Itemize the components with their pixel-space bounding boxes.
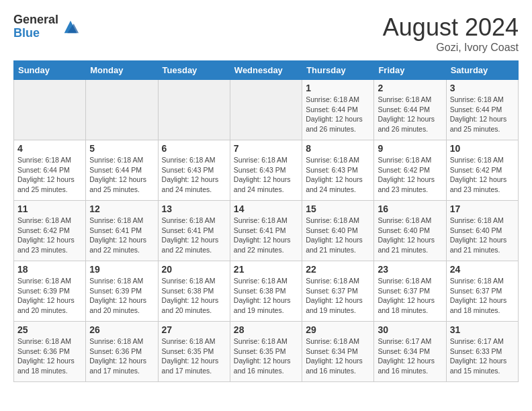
calendar-cell-3-1: 19Sunrise: 6:18 AM Sunset: 6:39 PM Dayli… <box>86 261 158 322</box>
calendar-cell-2-3: 14Sunrise: 6:18 AM Sunset: 6:41 PM Dayli… <box>230 201 302 261</box>
weekday-header-wednesday: Wednesday <box>230 61 302 80</box>
day-number: 21 <box>234 264 298 275</box>
weekday-header-thursday: Thursday <box>302 61 374 80</box>
day-number: 12 <box>89 203 154 214</box>
calendar-week-4: 25Sunrise: 6:18 AM Sunset: 6:36 PM Dayli… <box>14 322 519 382</box>
day-number: 16 <box>378 203 442 214</box>
calendar-cell-0-5: 2Sunrise: 6:18 AM Sunset: 6:44 PM Daylig… <box>374 80 446 140</box>
day-info: Sunrise: 6:18 AM Sunset: 6:34 PM Dayligh… <box>306 336 370 376</box>
day-number: 2 <box>378 83 442 93</box>
day-info: Sunrise: 6:18 AM Sunset: 6:41 PM Dayligh… <box>162 216 226 255</box>
month-year-title: August 2024 <box>383 13 519 42</box>
weekday-header-monday: Monday <box>86 61 158 80</box>
day-info: Sunrise: 6:18 AM Sunset: 6:40 PM Dayligh… <box>378 216 442 255</box>
day-number: 25 <box>17 324 82 335</box>
calendar-cell-2-0: 11Sunrise: 6:18 AM Sunset: 6:42 PM Dayli… <box>14 201 86 261</box>
day-info: Sunrise: 6:18 AM Sunset: 6:44 PM Dayligh… <box>450 95 515 134</box>
calendar-table: SundayMondayTuesdayWednesdayThursdayFrid… <box>13 60 519 382</box>
calendar-cell-2-1: 12Sunrise: 6:18 AM Sunset: 6:41 PM Dayli… <box>86 201 158 261</box>
calendar-cell-2-4: 15Sunrise: 6:18 AM Sunset: 6:40 PM Dayli… <box>302 201 374 261</box>
calendar-cell-3-2: 20Sunrise: 6:18 AM Sunset: 6:38 PM Dayli… <box>158 261 230 322</box>
weekday-header-row: SundayMondayTuesdayWednesdayThursdayFrid… <box>14 61 519 80</box>
calendar-cell-4-4: 29Sunrise: 6:18 AM Sunset: 6:34 PM Dayli… <box>302 322 374 382</box>
calendar-cell-0-0 <box>14 80 86 140</box>
calendar-cell-0-4: 1Sunrise: 6:18 AM Sunset: 6:44 PM Daylig… <box>302 80 374 140</box>
day-info: Sunrise: 6:18 AM Sunset: 6:42 PM Dayligh… <box>378 155 442 195</box>
day-info: Sunrise: 6:18 AM Sunset: 6:37 PM Dayligh… <box>450 276 515 316</box>
calendar-cell-3-0: 18Sunrise: 6:18 AM Sunset: 6:39 PM Dayli… <box>14 261 86 322</box>
day-info: Sunrise: 6:18 AM Sunset: 6:43 PM Dayligh… <box>162 155 226 195</box>
day-info: Sunrise: 6:18 AM Sunset: 6:44 PM Dayligh… <box>89 155 154 195</box>
logo-blue: Blue <box>13 27 58 40</box>
day-number: 23 <box>378 264 442 275</box>
day-number: 4 <box>17 143 82 154</box>
calendar-header: SundayMondayTuesdayWednesdayThursdayFrid… <box>14 61 519 80</box>
calendar-cell-4-0: 25Sunrise: 6:18 AM Sunset: 6:36 PM Dayli… <box>14 322 86 382</box>
logo-icon <box>61 17 80 36</box>
day-number: 29 <box>306 324 370 335</box>
calendar-cell-4-2: 27Sunrise: 6:18 AM Sunset: 6:35 PM Dayli… <box>158 322 230 382</box>
calendar-cell-1-5: 9Sunrise: 6:18 AM Sunset: 6:42 PM Daylig… <box>374 140 446 201</box>
weekday-header-tuesday: Tuesday <box>158 61 230 80</box>
day-number: 30 <box>378 324 442 335</box>
weekday-header-sunday: Sunday <box>14 61 86 80</box>
calendar-cell-2-6: 17Sunrise: 6:18 AM Sunset: 6:40 PM Dayli… <box>446 201 518 261</box>
day-info: Sunrise: 6:18 AM Sunset: 6:36 PM Dayligh… <box>17 336 82 376</box>
day-info: Sunrise: 6:18 AM Sunset: 6:35 PM Dayligh… <box>234 336 298 376</box>
logo-general: General <box>13 13 58 27</box>
day-number: 28 <box>234 324 298 335</box>
day-number: 1 <box>306 83 370 93</box>
calendar-cell-4-3: 28Sunrise: 6:18 AM Sunset: 6:35 PM Dayli… <box>230 322 302 382</box>
day-info: Sunrise: 6:18 AM Sunset: 6:38 PM Dayligh… <box>234 276 298 316</box>
day-info: Sunrise: 6:18 AM Sunset: 6:35 PM Dayligh… <box>162 336 226 376</box>
day-number: 3 <box>450 83 515 93</box>
day-info: Sunrise: 6:18 AM Sunset: 6:37 PM Dayligh… <box>378 276 442 316</box>
day-info: Sunrise: 6:18 AM Sunset: 6:40 PM Dayligh… <box>306 216 370 255</box>
calendar-cell-1-4: 8Sunrise: 6:18 AM Sunset: 6:43 PM Daylig… <box>302 140 374 201</box>
calendar-cell-0-3 <box>230 80 302 140</box>
day-number: 11 <box>17 203 82 214</box>
day-info: Sunrise: 6:18 AM Sunset: 6:44 PM Dayligh… <box>17 155 82 195</box>
day-info: Sunrise: 6:18 AM Sunset: 6:41 PM Dayligh… <box>234 216 298 255</box>
calendar-body: 1Sunrise: 6:18 AM Sunset: 6:44 PM Daylig… <box>14 80 519 382</box>
calendar-cell-1-0: 4Sunrise: 6:18 AM Sunset: 6:44 PM Daylig… <box>14 140 86 201</box>
weekday-header-friday: Friday <box>374 61 446 80</box>
day-info: Sunrise: 6:18 AM Sunset: 6:39 PM Dayligh… <box>17 276 82 316</box>
title-area: August 2024 Gozi, Ivory Coast <box>383 13 519 54</box>
day-number: 9 <box>378 143 442 154</box>
calendar-cell-0-1 <box>86 80 158 140</box>
calendar-cell-0-2 <box>158 80 230 140</box>
day-number: 26 <box>89 324 154 335</box>
day-number: 6 <box>162 143 226 154</box>
calendar-cell-4-5: 30Sunrise: 6:17 AM Sunset: 6:34 PM Dayli… <box>374 322 446 382</box>
day-number: 22 <box>306 264 370 275</box>
logo: General Blue <box>13 13 80 40</box>
day-number: 10 <box>450 143 515 154</box>
day-number: 27 <box>162 324 226 335</box>
calendar-cell-0-6: 3Sunrise: 6:18 AM Sunset: 6:44 PM Daylig… <box>446 80 518 140</box>
day-info: Sunrise: 6:18 AM Sunset: 6:42 PM Dayligh… <box>450 155 515 195</box>
day-info: Sunrise: 6:18 AM Sunset: 6:43 PM Dayligh… <box>306 155 370 195</box>
day-number: 18 <box>17 264 82 275</box>
day-info: Sunrise: 6:18 AM Sunset: 6:43 PM Dayligh… <box>234 155 298 195</box>
day-number: 13 <box>162 203 226 214</box>
calendar-cell-1-6: 10Sunrise: 6:18 AM Sunset: 6:42 PM Dayli… <box>446 140 518 201</box>
calendar-week-2: 11Sunrise: 6:18 AM Sunset: 6:42 PM Dayli… <box>14 201 519 261</box>
day-info: Sunrise: 6:18 AM Sunset: 6:44 PM Dayligh… <box>306 95 370 134</box>
day-number: 14 <box>234 203 298 214</box>
calendar-cell-3-4: 22Sunrise: 6:18 AM Sunset: 6:37 PM Dayli… <box>302 261 374 322</box>
calendar-week-0: 1Sunrise: 6:18 AM Sunset: 6:44 PM Daylig… <box>14 80 519 140</box>
calendar-cell-3-6: 24Sunrise: 6:18 AM Sunset: 6:37 PM Dayli… <box>446 261 518 322</box>
day-info: Sunrise: 6:18 AM Sunset: 6:41 PM Dayligh… <box>89 216 154 255</box>
day-info: Sunrise: 6:18 AM Sunset: 6:36 PM Dayligh… <box>89 336 154 376</box>
day-info: Sunrise: 6:18 AM Sunset: 6:40 PM Dayligh… <box>450 216 515 255</box>
day-number: 17 <box>450 203 515 214</box>
day-number: 20 <box>162 264 226 275</box>
calendar-cell-2-2: 13Sunrise: 6:18 AM Sunset: 6:41 PM Dayli… <box>158 201 230 261</box>
day-number: 19 <box>89 264 154 275</box>
calendar-cell-1-1: 5Sunrise: 6:18 AM Sunset: 6:44 PM Daylig… <box>86 140 158 201</box>
calendar-cell-4-1: 26Sunrise: 6:18 AM Sunset: 6:36 PM Dayli… <box>86 322 158 382</box>
calendar-week-3: 18Sunrise: 6:18 AM Sunset: 6:39 PM Dayli… <box>14 261 519 322</box>
day-info: Sunrise: 6:18 AM Sunset: 6:38 PM Dayligh… <box>162 276 226 316</box>
calendar-cell-2-5: 16Sunrise: 6:18 AM Sunset: 6:40 PM Dayli… <box>374 201 446 261</box>
